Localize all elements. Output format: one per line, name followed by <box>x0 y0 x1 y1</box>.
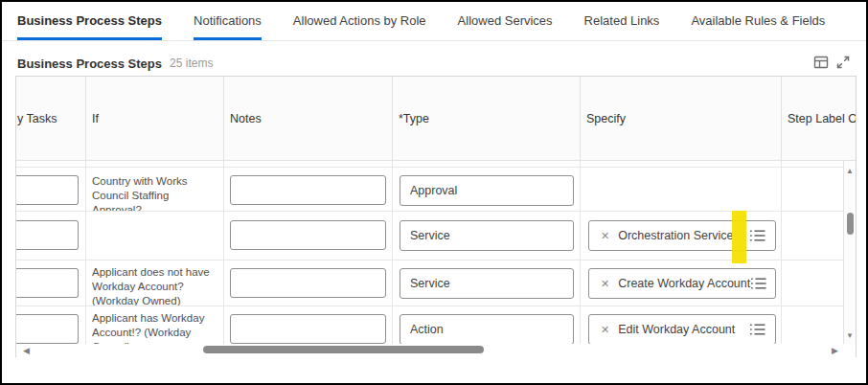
if-condition-text: Country with Works Council Staffing Appr… <box>86 168 223 211</box>
if-condition-text <box>86 212 223 218</box>
grid-title: Business Process Steps <box>17 57 162 71</box>
tab-available-rules-fields[interactable]: Available Rules & Fields <box>691 2 825 40</box>
tab-notifications[interactable]: Notifications <box>194 2 262 40</box>
notes-input[interactable] <box>230 175 386 205</box>
clear-icon[interactable]: ✕ <box>601 324 609 336</box>
table-row: Country with Works Council Staffing Appr… <box>16 168 843 212</box>
table-row: Applicant has Workday Account!? (Workday… <box>16 306 843 344</box>
type-input[interactable]: Action <box>400 314 574 344</box>
tab-allowed-actions-by-role[interactable]: Allowed Actions by Role <box>293 2 426 40</box>
type-input[interactable]: Approval <box>400 175 574 206</box>
notes-input[interactable] <box>230 314 386 344</box>
column-header-tasks[interactable]: y Tasks <box>16 77 86 160</box>
tasks-input[interactable] <box>16 220 79 250</box>
tasks-input[interactable] <box>16 268 79 298</box>
horizontal-scroll-thumb[interactable] <box>203 346 484 353</box>
grid-header: Business Process Steps 25 items <box>17 53 213 74</box>
vertical-scrollbar[interactable]: ▲ ▼ <box>843 161 856 344</box>
clear-icon[interactable]: ✕ <box>601 230 609 242</box>
grid-toolbar <box>813 55 851 70</box>
scroll-up-icon[interactable]: ▲ <box>844 167 856 175</box>
notes-input[interactable] <box>230 268 386 298</box>
prompt-menu-icon[interactable] <box>749 323 766 336</box>
grid-column-headers: y Tasks If Notes *Type Specify Step Labe… <box>16 77 856 161</box>
table-row: Service ✕ Orchestration Service <box>16 212 843 260</box>
grid-item-count: 25 items <box>170 57 213 70</box>
yellow-highlight-marker <box>732 211 746 263</box>
tasks-input[interactable] <box>16 314 79 344</box>
expand-fullscreen-icon[interactable] <box>835 55 851 70</box>
type-input[interactable]: Service <box>400 220 574 251</box>
table-view-icon[interactable] <box>813 55 829 70</box>
column-header-step-label-override[interactable]: Step Label Ove <box>782 77 856 160</box>
specify-value: Create Workday Account <box>618 277 750 290</box>
column-header-specify[interactable]: Specify <box>581 77 782 160</box>
workday-business-process-window: Business Process Steps Notifications All… <box>0 0 868 385</box>
tab-allowed-services[interactable]: Allowed Services <box>458 2 553 40</box>
specify-value: Edit Workday Account <box>618 323 735 336</box>
clear-icon[interactable]: ✕ <box>601 278 609 290</box>
column-header-notes[interactable]: Notes <box>224 77 393 160</box>
specify-field[interactable]: ✕ Edit Workday Account <box>588 314 776 344</box>
partial-row <box>16 161 843 168</box>
column-header-type[interactable]: *Type <box>393 77 581 160</box>
scroll-left-icon[interactable]: ◀ <box>23 346 30 355</box>
grid-body: Country with Works Council Staffing Appr… <box>16 161 843 344</box>
notes-input[interactable] <box>230 220 386 250</box>
horizontal-scrollbar[interactable]: ◀ ▶ <box>16 344 856 357</box>
prompt-menu-icon[interactable] <box>750 277 767 290</box>
if-condition-text: Applicant has Workday Account!? (Workday… <box>86 306 223 344</box>
scroll-right-icon[interactable]: ▶ <box>832 346 838 355</box>
business-process-steps-grid: y Tasks If Notes *Type Specify Step Labe… <box>15 76 857 357</box>
tab-bar: Business Process Steps Notifications All… <box>2 2 866 41</box>
if-condition-text: Applicant does not have Workday Account?… <box>86 260 223 306</box>
specify-field[interactable]: ✕ Create Workday Account <box>588 268 776 299</box>
scroll-down-icon[interactable]: ▼ <box>844 331 856 340</box>
tab-related-links[interactable]: Related Links <box>584 2 660 40</box>
type-input[interactable]: Service <box>400 268 574 299</box>
prompt-menu-icon[interactable] <box>749 229 766 242</box>
vertical-scroll-thumb[interactable] <box>847 213 854 235</box>
column-header-if[interactable]: If <box>86 77 224 160</box>
tab-business-process-steps[interactable]: Business Process Steps <box>17 2 162 40</box>
tasks-input[interactable] <box>16 175 79 205</box>
specify-field[interactable]: ✕ Orchestration Service <box>588 220 776 251</box>
table-row: Applicant does not have Workday Account?… <box>16 260 843 306</box>
specify-value: Orchestration Service <box>618 229 733 242</box>
